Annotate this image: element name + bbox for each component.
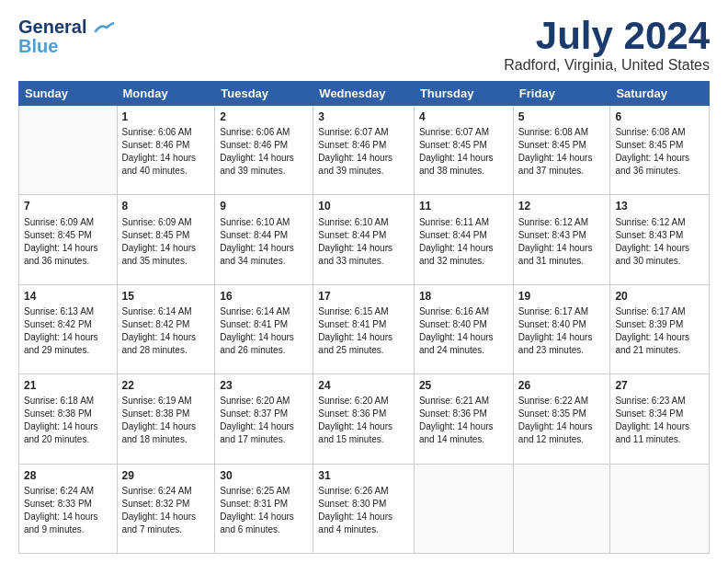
day-number: 9 (220, 199, 308, 213)
day-number: 25 (419, 378, 508, 393)
day-header-monday: Monday (117, 82, 215, 106)
calendar-cell: 16Sunrise: 6:14 AMSunset: 8:41 PMDayligh… (215, 284, 313, 373)
day-number: 20 (615, 289, 704, 304)
cell-info: Sunrise: 6:14 AMSunset: 8:42 PMDaylight:… (122, 305, 210, 357)
calendar-cell: 14Sunrise: 6:13 AMSunset: 8:42 PMDayligh… (19, 284, 118, 373)
cell-info: Sunrise: 6:18 AMSunset: 8:38 PMDaylight:… (24, 395, 112, 446)
day-number: 12 (518, 199, 606, 213)
day-number: 7 (24, 199, 112, 213)
calendar-cell: 6Sunrise: 6:08 AMSunset: 8:45 PMDaylight… (610, 106, 710, 195)
day-number: 1 (122, 109, 210, 124)
day-number: 28 (24, 468, 112, 483)
calendar-cell: 7Sunrise: 6:09 AMSunset: 8:45 PMDaylight… (19, 195, 118, 284)
day-number: 19 (518, 289, 606, 304)
day-header-sunday: Sunday (19, 82, 118, 106)
cell-info: Sunrise: 6:26 AMSunset: 8:30 PMDaylight:… (318, 485, 409, 536)
day-number: 8 (122, 199, 210, 213)
calendar-cell: 25Sunrise: 6:21 AMSunset: 8:36 PMDayligh… (414, 374, 513, 464)
cell-info: Sunrise: 6:06 AMSunset: 8:46 PMDaylight:… (122, 126, 210, 178)
calendar-cell: 20Sunrise: 6:17 AMSunset: 8:39 PMDayligh… (610, 284, 710, 373)
calendar-cell: 27Sunrise: 6:23 AMSunset: 8:34 PMDayligh… (610, 374, 710, 464)
calendar-header-row: SundayMondayTuesdayWednesdayThursdayFrid… (19, 82, 710, 106)
cell-info: Sunrise: 6:24 AMSunset: 8:33 PMDaylight:… (24, 485, 112, 536)
day-number: 23 (220, 378, 308, 393)
cell-info: Sunrise: 6:07 AMSunset: 8:45 PMDaylight:… (419, 126, 508, 178)
calendar-cell (19, 106, 118, 195)
cell-info: Sunrise: 6:20 AMSunset: 8:36 PMDaylight:… (318, 395, 409, 446)
cell-info: Sunrise: 6:06 AMSunset: 8:46 PMDaylight:… (220, 126, 308, 178)
calendar-cell: 4Sunrise: 6:07 AMSunset: 8:45 PMDaylight… (414, 106, 513, 195)
day-number: 22 (122, 378, 210, 393)
logo: General Blue (18, 17, 114, 57)
cell-info: Sunrise: 6:16 AMSunset: 8:40 PMDaylight:… (419, 305, 508, 357)
calendar-table: SundayMondayTuesdayWednesdayThursdayFrid… (18, 81, 710, 554)
day-number: 27 (615, 378, 704, 393)
cell-info: Sunrise: 6:19 AMSunset: 8:38 PMDaylight:… (122, 395, 210, 446)
calendar-week-4: 28Sunrise: 6:24 AMSunset: 8:33 PMDayligh… (19, 464, 710, 553)
cell-info: Sunrise: 6:13 AMSunset: 8:42 PMDaylight:… (24, 305, 112, 357)
calendar-cell (513, 464, 610, 553)
calendar-cell: 29Sunrise: 6:24 AMSunset: 8:32 PMDayligh… (117, 464, 215, 553)
calendar-cell: 22Sunrise: 6:19 AMSunset: 8:38 PMDayligh… (117, 374, 215, 464)
day-number: 26 (518, 378, 606, 393)
day-number: 24 (318, 378, 409, 393)
cell-info: Sunrise: 6:17 AMSunset: 8:39 PMDaylight:… (615, 305, 704, 357)
day-number: 31 (318, 468, 409, 483)
day-number: 2 (220, 109, 308, 124)
calendar-cell: 24Sunrise: 6:20 AMSunset: 8:36 PMDayligh… (313, 374, 415, 464)
day-number: 29 (122, 468, 210, 483)
logo-blue: Blue (18, 36, 58, 57)
day-number: 6 (615, 109, 704, 124)
cell-info: Sunrise: 6:14 AMSunset: 8:41 PMDaylight:… (220, 305, 308, 357)
cell-info: Sunrise: 6:10 AMSunset: 8:44 PMDaylight:… (220, 216, 308, 268)
calendar-cell: 8Sunrise: 6:09 AMSunset: 8:45 PMDaylight… (117, 195, 215, 284)
calendar-cell: 1Sunrise: 6:06 AMSunset: 8:46 PMDaylight… (117, 106, 215, 195)
calendar-cell: 9Sunrise: 6:10 AMSunset: 8:44 PMDaylight… (215, 195, 313, 284)
cell-info: Sunrise: 6:24 AMSunset: 8:32 PMDaylight:… (122, 485, 210, 536)
cell-info: Sunrise: 6:17 AMSunset: 8:40 PMDaylight:… (518, 305, 606, 357)
day-number: 15 (122, 289, 210, 304)
calendar-week-3: 21Sunrise: 6:18 AMSunset: 8:38 PMDayligh… (19, 374, 710, 464)
cell-info: Sunrise: 6:08 AMSunset: 8:45 PMDaylight:… (518, 126, 606, 178)
header: General Blue July 2024 Radford, Virginia… (18, 17, 710, 74)
day-header-friday: Friday (513, 82, 610, 106)
cell-info: Sunrise: 6:23 AMSunset: 8:34 PMDaylight:… (615, 395, 704, 446)
day-number: 4 (419, 109, 508, 124)
logo-text: General (18, 17, 114, 38)
calendar-cell: 21Sunrise: 6:18 AMSunset: 8:38 PMDayligh… (19, 374, 118, 464)
calendar-cell: 3Sunrise: 6:07 AMSunset: 8:46 PMDaylight… (313, 106, 415, 195)
cell-info: Sunrise: 6:10 AMSunset: 8:44 PMDaylight:… (318, 216, 409, 268)
day-number: 11 (419, 199, 508, 213)
logo-bird-icon (94, 22, 114, 35)
calendar-week-2: 14Sunrise: 6:13 AMSunset: 8:42 PMDayligh… (19, 284, 710, 373)
calendar-cell: 19Sunrise: 6:17 AMSunset: 8:40 PMDayligh… (513, 284, 610, 373)
calendar-week-0: 1Sunrise: 6:06 AMSunset: 8:46 PMDaylight… (19, 106, 710, 195)
cell-info: Sunrise: 6:20 AMSunset: 8:37 PMDaylight:… (220, 395, 308, 446)
cell-info: Sunrise: 6:12 AMSunset: 8:43 PMDaylight:… (518, 216, 606, 268)
cell-info: Sunrise: 6:09 AMSunset: 8:45 PMDaylight:… (24, 216, 112, 268)
day-number: 14 (24, 289, 112, 304)
calendar-cell: 30Sunrise: 6:25 AMSunset: 8:31 PMDayligh… (215, 464, 313, 553)
location: Radford, Virginia, United States (504, 57, 710, 74)
calendar-cell (610, 464, 710, 553)
day-number: 17 (318, 289, 409, 304)
calendar-cell: 5Sunrise: 6:08 AMSunset: 8:45 PMDaylight… (513, 106, 610, 195)
cell-info: Sunrise: 6:21 AMSunset: 8:36 PMDaylight:… (419, 395, 508, 446)
calendar-cell: 28Sunrise: 6:24 AMSunset: 8:33 PMDayligh… (19, 464, 118, 553)
day-number: 30 (220, 468, 308, 483)
calendar-cell: 2Sunrise: 6:06 AMSunset: 8:46 PMDaylight… (215, 106, 313, 195)
cell-info: Sunrise: 6:12 AMSunset: 8:43 PMDaylight:… (615, 216, 704, 268)
cell-info: Sunrise: 6:15 AMSunset: 8:41 PMDaylight:… (318, 305, 409, 357)
calendar-cell: 18Sunrise: 6:16 AMSunset: 8:40 PMDayligh… (414, 284, 513, 373)
calendar-cell: 13Sunrise: 6:12 AMSunset: 8:43 PMDayligh… (610, 195, 710, 284)
day-number: 16 (220, 289, 308, 304)
month-title: July 2024 (504, 17, 710, 55)
calendar-cell: 15Sunrise: 6:14 AMSunset: 8:42 PMDayligh… (117, 284, 215, 373)
calendar-cell: 11Sunrise: 6:11 AMSunset: 8:44 PMDayligh… (414, 195, 513, 284)
calendar-cell: 10Sunrise: 6:10 AMSunset: 8:44 PMDayligh… (313, 195, 415, 284)
cell-info: Sunrise: 6:11 AMSunset: 8:44 PMDaylight:… (419, 216, 508, 268)
calendar-cell: 26Sunrise: 6:22 AMSunset: 8:35 PMDayligh… (513, 374, 610, 464)
day-number: 10 (318, 199, 409, 213)
cell-info: Sunrise: 6:25 AMSunset: 8:31 PMDaylight:… (220, 485, 308, 536)
page: General Blue July 2024 Radford, Virginia… (0, 0, 728, 563)
